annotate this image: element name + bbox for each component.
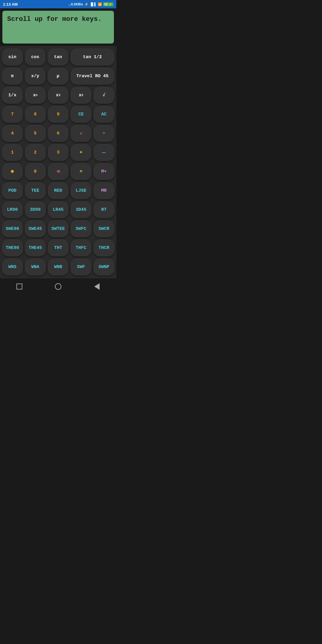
swtee-button[interactable]: SWTEE [48,220,69,237]
wns-button[interactable]: WNS [2,258,23,275]
pi-button[interactable]: π [2,67,23,85]
four-button[interactable]: 4 [2,125,23,142]
ce-button[interactable]: CE [70,106,92,123]
ljse-button[interactable]: LJSE [70,182,92,199]
nav-recents-button[interactable] [54,282,62,291]
one-button[interactable]: 1 [2,144,23,161]
status-right: ...0.2KB/s ⚡ ▐▌▌ 📶 52 ⚡ [68,2,113,6]
the45-button[interactable]: THE45 [25,239,46,256]
wifi-icon: 📶 [98,2,102,6]
six-button[interactable]: 6 [48,125,69,142]
3d45-button[interactable]: 3D45 [70,201,92,218]
five-button[interactable]: 5 [25,125,46,142]
backspace-button[interactable]: ⌫ [48,163,69,180]
square-icon [16,284,22,290]
row-789: 7 8 9 CE AC [2,106,114,123]
pod-button[interactable]: POD [2,182,23,199]
equals-button[interactable]: = [70,163,92,180]
divide-button[interactable]: ÷ [93,125,114,142]
tan-button[interactable]: tan [47,48,69,66]
red-button[interactable]: RED [48,182,69,199]
thcr-button[interactable]: THCR [93,239,114,256]
tht-button[interactable]: THT [48,239,69,256]
x-over-y-button[interactable]: x/y [25,67,46,85]
sqrt-button[interactable]: √ [93,86,114,104]
row-123: 1 2 3 + — [2,144,114,161]
calculator-body: sin cos tan tan 1/2 π x/y ρ Travel RO 45… [0,46,116,278]
swe90-button[interactable]: SWE90 [2,220,23,237]
seven-button[interactable]: 7 [2,106,23,123]
rho-button[interactable]: ρ [47,67,69,85]
swcr-button[interactable]: SWCR [93,220,114,237]
eight-button[interactable]: 8 [25,106,46,123]
triangle-icon [94,283,100,290]
swe45-button[interactable]: SWE45 [25,220,46,237]
navigation-bar [0,278,116,295]
wna-button[interactable]: WNA [25,258,46,275]
x-squared-button[interactable]: x2 [70,86,92,104]
travel-ro-45-button[interactable]: Travel RO 45 [70,67,114,85]
the90-button[interactable]: THE90 [2,239,23,256]
tan-half-button[interactable]: tan 1/2 [70,48,114,66]
display-text: Scroll up for more keys. [7,15,102,24]
sin-button[interactable]: sin [2,48,23,66]
decimal-button[interactable]: ● [2,163,23,180]
one-over-x-button[interactable]: 1/x [2,86,23,104]
row-swe90: SWE90 SWE45 SWTEE SWFC SWCR [2,220,114,237]
row-powers: 1/x xn x3 x2 √ [2,86,114,104]
minus-button[interactable]: — [93,144,114,161]
lr45-button[interactable]: LR45 [48,201,69,218]
swf-button[interactable]: SWF [70,258,92,275]
x-to-n-button[interactable]: xn [25,86,46,104]
calculator-display: Scroll up for more keys. [2,11,114,44]
status-bar: 1:13 AM ...0.2KB/s ⚡ ▐▌▌ 📶 52 ⚡ [0,0,116,8]
row-pod: POD TEE RED LJSE MR [2,182,114,199]
tee-button[interactable]: TEE [25,182,46,199]
plus-button[interactable]: + [70,144,92,161]
nine-button[interactable]: 9 [48,106,69,123]
row-456: 4 5 6 ✕ ÷ [2,125,114,142]
battery-indicator: 52 ⚡ [103,2,113,6]
three-button[interactable]: 3 [48,144,69,161]
m-plus-button[interactable]: M+ [93,163,114,180]
row-the90: THE90 THE45 THT THFC THCR [2,239,114,256]
3d90-button[interactable]: 3D90 [25,201,46,218]
bluetooth-icon: ⚡ [84,2,89,6]
status-time: 1:13 AM [3,2,18,7]
zero-button[interactable]: 0 [25,163,46,180]
swfc-button[interactable]: SWFC [70,220,92,237]
row-wns: WNS WNA WNB SWF SWNP [2,258,114,275]
ac-button[interactable]: AC [93,106,114,123]
lr90-button[interactable]: LR90 [2,201,23,218]
circle-icon [55,283,61,290]
cos-button[interactable]: cos [25,48,46,66]
network-speed: ...0.2KB/s [68,2,83,6]
x-cubed-button[interactable]: x3 [48,86,69,104]
row-lr90: LR90 3D90 LR45 3D45 RT [2,201,114,218]
nav-back-button[interactable] [93,282,101,291]
row-trig: sin cos tan tan 1/2 [2,48,114,66]
two-button[interactable]: 2 [25,144,46,161]
multiply-button[interactable]: ✕ [70,125,92,142]
wnb-button[interactable]: WNB [48,258,69,275]
thfc-button[interactable]: THFC [70,239,92,256]
row-zero: ● 0 ⌫ = M+ [2,163,114,180]
swnp-button[interactable]: SWNP [93,258,114,275]
rt-button[interactable]: RT [93,201,114,218]
row-special: π x/y ρ Travel RO 45 [2,67,114,85]
nav-home-button[interactable] [15,282,24,291]
mr-button[interactable]: MR [93,182,114,199]
signal-icons: ▐▌▌ [90,2,97,6]
